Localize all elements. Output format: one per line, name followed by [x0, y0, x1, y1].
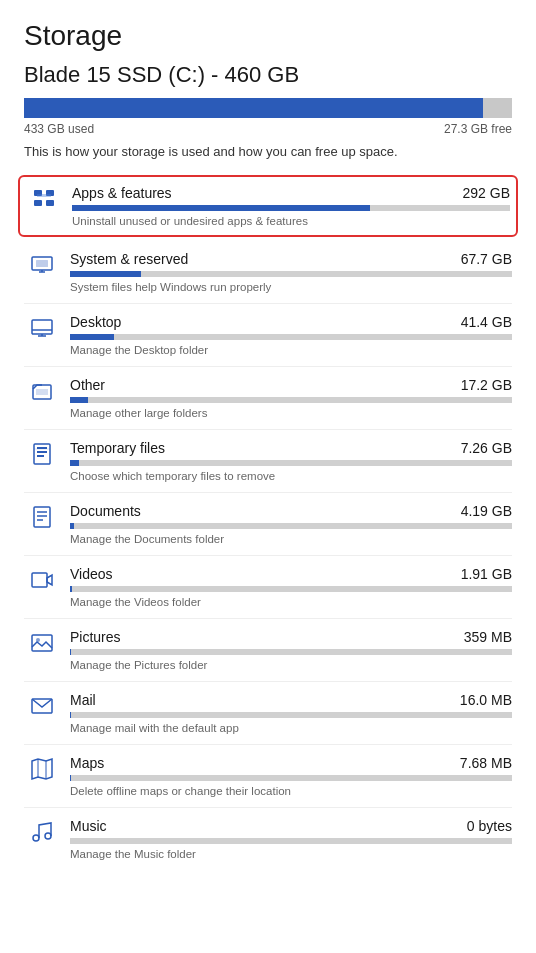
item-size-4: 7.26 GB [461, 440, 512, 456]
item-bar-container-2 [70, 334, 512, 340]
svg-rect-16 [37, 447, 47, 449]
item-bar-fill-0 [72, 205, 370, 211]
videos-icon [24, 568, 60, 592]
item-name-8: Mail [70, 692, 96, 708]
svg-rect-4 [37, 194, 51, 197]
item-bar-container-6 [70, 586, 512, 592]
storage-item-documents[interactable]: Documents 4.19 GB Manage the Documents f… [24, 493, 512, 556]
storage-bar-used [24, 98, 483, 118]
item-bar-container-4 [70, 460, 512, 466]
item-header-2: Desktop 41.4 GB [70, 314, 512, 330]
item-bar-fill-4 [70, 460, 79, 466]
svg-rect-9 [32, 320, 52, 334]
item-bar-container-3 [70, 397, 512, 403]
svg-rect-2 [34, 200, 42, 206]
documents-icon [24, 505, 60, 529]
storage-item-music[interactable]: Music 0 bytes Manage the Music folder [24, 808, 512, 870]
item-size-5: 4.19 GB [461, 503, 512, 519]
item-header-8: Mail 16.0 MB [70, 692, 512, 708]
storage-item-system[interactable]: System & reserved 67.7 GB System files h… [24, 241, 512, 304]
item-content-9: Maps 7.68 MB Delete offline maps or chan… [70, 755, 512, 797]
item-subtitle-0: Uninstall unused or undesired apps & fea… [72, 215, 510, 227]
item-subtitle-8: Manage mail with the default app [70, 722, 512, 734]
item-name-5: Documents [70, 503, 141, 519]
storage-item-desktop[interactable]: Desktop 41.4 GB Manage the Desktop folde… [24, 304, 512, 367]
item-bar-container-9 [70, 775, 512, 781]
item-bar-container-1 [70, 271, 512, 277]
item-subtitle-6: Manage the Videos folder [70, 596, 512, 608]
item-size-1: 67.7 GB [461, 251, 512, 267]
svg-rect-20 [34, 507, 50, 527]
item-bar-container-10 [70, 838, 512, 844]
music-icon [24, 820, 60, 844]
svg-point-33 [45, 833, 51, 839]
pictures-icon [24, 631, 60, 655]
item-bar-container-0 [72, 205, 510, 211]
storage-item-mail[interactable]: Mail 16.0 MB Manage mail with the defaul… [24, 682, 512, 745]
item-header-5: Documents 4.19 GB [70, 503, 512, 519]
item-header-10: Music 0 bytes [70, 818, 512, 834]
svg-point-32 [33, 835, 39, 841]
item-name-4: Temporary files [70, 440, 165, 456]
item-bar-fill-7 [70, 649, 71, 655]
mail-icon [24, 694, 60, 718]
item-size-7: 359 MB [464, 629, 512, 645]
item-content-8: Mail 16.0 MB Manage mail with the defaul… [70, 692, 512, 734]
item-bar-fill-3 [70, 397, 88, 403]
item-header-7: Pictures 359 MB [70, 629, 512, 645]
svg-rect-14 [36, 389, 48, 395]
item-subtitle-7: Manage the Pictures folder [70, 659, 512, 671]
item-size-6: 1.91 GB [461, 566, 512, 582]
item-subtitle-4: Choose which temporary files to remove [70, 470, 512, 482]
storage-item-maps[interactable]: Maps 7.68 MB Delete offline maps or chan… [24, 745, 512, 808]
item-size-9: 7.68 MB [460, 755, 512, 771]
item-content-1: System & reserved 67.7 GB System files h… [70, 251, 512, 293]
system-icon [24, 253, 60, 277]
item-content-3: Other 17.2 GB Manage other large folders [70, 377, 512, 419]
item-content-7: Pictures 359 MB Manage the Pictures fold… [70, 629, 512, 671]
item-name-2: Desktop [70, 314, 121, 330]
other-icon [24, 379, 60, 403]
storage-item-apps[interactable]: Apps & features 292 GB Uninstall unused … [18, 175, 518, 237]
temp-icon [24, 442, 60, 466]
storage-item-videos[interactable]: Videos 1.91 GB Manage the Videos folder [24, 556, 512, 619]
item-size-3: 17.2 GB [461, 377, 512, 393]
item-subtitle-2: Manage the Desktop folder [70, 344, 512, 356]
item-subtitle-3: Manage other large folders [70, 407, 512, 419]
page-title: Storage [24, 20, 512, 52]
item-header-6: Videos 1.91 GB [70, 566, 512, 582]
item-header-3: Other 17.2 GB [70, 377, 512, 393]
item-bar-container-7 [70, 649, 512, 655]
item-name-9: Maps [70, 755, 104, 771]
svg-rect-3 [46, 200, 54, 206]
item-subtitle-5: Manage the Documents folder [70, 533, 512, 545]
item-content-5: Documents 4.19 GB Manage the Documents f… [70, 503, 512, 545]
item-bar-fill-5 [70, 523, 74, 529]
storage-items-list: Apps & features 292 GB Uninstall unused … [24, 175, 512, 870]
maps-icon [24, 757, 60, 781]
storage-free-label: 27.3 GB free [444, 122, 512, 136]
item-name-6: Videos [70, 566, 113, 582]
svg-rect-18 [37, 455, 44, 457]
item-content-10: Music 0 bytes Manage the Music folder [70, 818, 512, 860]
storage-used-label: 433 GB used [24, 122, 94, 136]
storage-bar [24, 98, 512, 118]
storage-item-temp[interactable]: Temporary files 7.26 GB Choose which tem… [24, 430, 512, 493]
item-subtitle-10: Manage the Music folder [70, 848, 512, 860]
item-header-0: Apps & features 292 GB [72, 185, 510, 201]
svg-rect-6 [36, 260, 48, 267]
item-subtitle-9: Delete offline maps or change their loca… [70, 785, 512, 797]
item-size-0: 292 GB [463, 185, 510, 201]
item-content-4: Temporary files 7.26 GB Choose which tem… [70, 440, 512, 482]
apps-icon [26, 187, 62, 211]
item-name-10: Music [70, 818, 107, 834]
item-content-2: Desktop 41.4 GB Manage the Desktop folde… [70, 314, 512, 356]
storage-item-pictures[interactable]: Pictures 359 MB Manage the Pictures fold… [24, 619, 512, 682]
storage-item-other[interactable]: Other 17.2 GB Manage other large folders [24, 367, 512, 430]
item-size-2: 41.4 GB [461, 314, 512, 330]
item-name-1: System & reserved [70, 251, 188, 267]
item-bar-container-8 [70, 712, 512, 718]
item-bar-fill-6 [70, 586, 72, 592]
svg-rect-24 [32, 573, 47, 587]
item-name-3: Other [70, 377, 105, 393]
